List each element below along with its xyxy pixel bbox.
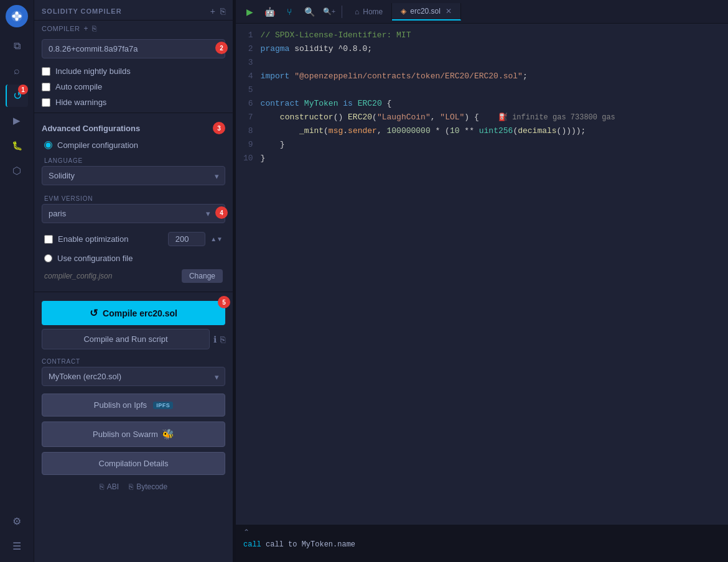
- config-file-input[interactable]: [44, 272, 177, 280]
- console-area: ⌃ call call to MyToken.name: [236, 525, 728, 562]
- deploy-icon[interactable]: ▶: [6, 109, 28, 132]
- line-numbers: 1 2 3 4 5 6 7 8 9 10: [236, 29, 261, 205]
- publish-swarm-button[interactable]: Publish on Swarm 🐝: [42, 422, 225, 447]
- debug-icon[interactable]: 🐛: [6, 134, 28, 157]
- robot-icon[interactable]: 🤖: [261, 3, 278, 21]
- compile-button[interactable]: ↺ Compile erc20.sol 5: [42, 301, 225, 325]
- compiler-icon[interactable]: ↺ 1: [6, 85, 28, 107]
- run-button[interactable]: ▶: [241, 3, 258, 21]
- svg-point-5: [19, 15, 22, 18]
- compiler-config-label: Compiler configuration: [57, 140, 138, 150]
- compile-run-row: Compile and Run script ℹ ⎘: [34, 329, 233, 354]
- version-row: 0.8.26+commit.8a97fa7a 2: [34, 37, 233, 63]
- optimization-row: Enable optimization ▲▼: [34, 228, 233, 250]
- fork-icon[interactable]: ⑂: [281, 3, 298, 21]
- files-icon[interactable]: ⧉: [6, 35, 28, 57]
- hide-warnings-label: Hide warnings: [55, 98, 106, 107]
- logo-icon[interactable]: [6, 5, 28, 27]
- zoom-in-icon[interactable]: 🔍+: [320, 3, 338, 21]
- hide-warnings-checkbox[interactable]: [42, 98, 50, 107]
- abi-icon: ⎘: [100, 482, 104, 491]
- copy2-icon[interactable]: ⎘: [220, 334, 225, 344]
- icon-bar: ⧉ ⌕ ↺ 1 ▶ 🐛 ⬡ ⚙ ☰: [0, 0, 34, 562]
- config-change-button[interactable]: Change: [182, 269, 223, 283]
- publish-swarm-label: Publish on Swarm: [93, 430, 158, 439]
- compiler-text: COMPILER: [42, 25, 80, 32]
- code-line-4: import "@openzeppelin/contracts/token/ER…: [261, 70, 716, 83]
- abi-bytecode-row: ⎘ ABI ⎘ Bytecode: [34, 477, 233, 496]
- search-icon[interactable]: ⌕: [6, 60, 28, 82]
- divider-2: [34, 292, 233, 292]
- svg-point-3: [16, 18, 19, 21]
- optimization-spinner-icon[interactable]: ▲▼: [210, 236, 223, 242]
- scroll-indicator: ⌃: [236, 525, 728, 539]
- compile-icon: ↺: [90, 307, 98, 319]
- menu-icon[interactable]: ☰: [6, 535, 28, 557]
- info-icon[interactable]: ℹ: [213, 334, 217, 344]
- copy-icon[interactable]: ⎘: [220, 6, 225, 16]
- tab-home[interactable]: ⌂ Home: [346, 3, 392, 21]
- bytecode-icon: ⎘: [129, 482, 133, 491]
- auto-compile-checkbox[interactable]: [42, 83, 50, 91]
- tab-erc20-label: erc20.sol: [410, 7, 441, 16]
- swarm-icon: 🐝: [162, 428, 174, 440]
- main-area: ▶ 🤖 ⑂ 🔍 🔍+ ⌂ Home ◈ erc20.sol ✕ 1 2 3 4: [236, 0, 728, 562]
- publish-ipfs-button[interactable]: Publish on Ipfs IPFS: [42, 394, 225, 417]
- sidebar-title: SOLIDITY COMPILER: [42, 7, 205, 15]
- evm-select[interactable]: paris london berlin istanbul: [42, 204, 225, 223]
- compilation-details-button[interactable]: Compilation Details: [42, 452, 225, 475]
- abi-label: ABI: [107, 482, 119, 491]
- compiler-copy-icon[interactable]: ⎘: [92, 24, 97, 33]
- add-icon[interactable]: +: [210, 6, 215, 16]
- config-file-radio[interactable]: [44, 254, 52, 262]
- code-line-10: }: [261, 152, 716, 165]
- zoom-out-icon[interactable]: 🔍: [301, 3, 318, 21]
- compiler-badge: 1: [18, 85, 28, 94]
- sidebar-header: SOLIDITY COMPILER + ⎘: [34, 0, 233, 21]
- code-line-7: constructor() ERC20("LaughCoin", "LOL") …: [261, 111, 716, 124]
- code-line-6: contract MyToken is ERC20 {: [261, 97, 716, 111]
- editor-area[interactable]: 1 2 3 4 5 6 7 8 9 10 // SPDX-License-Ide…: [236, 24, 728, 525]
- tab-home-label: Home: [363, 7, 383, 16]
- compile-button-label: Compile erc20.sol: [103, 308, 177, 318]
- code-container: 1 2 3 4 5 6 7 8 9 10 // SPDX-License-Ide…: [236, 24, 728, 210]
- enable-optimization-checkbox[interactable]: [44, 235, 53, 244]
- tab-erc20[interactable]: ◈ erc20.sol ✕: [392, 3, 461, 21]
- evm-badge: 4: [215, 206, 228, 219]
- config-file-radio-row: Use configuration file: [34, 250, 233, 267]
- contract-label: CONTRACT: [34, 354, 233, 367]
- sidebar: SOLIDITY COMPILER + ⎘ COMPILER + ⎘ 0.8.2…: [34, 0, 233, 562]
- plugin-icon[interactable]: ⬡: [6, 159, 28, 182]
- ipfs-badge: IPFS: [153, 402, 173, 409]
- code-line-2: pragma solidity ^0.8.0;: [261, 42, 716, 56]
- code-line-9: }: [261, 138, 716, 152]
- compile-run-button[interactable]: Compile and Run script: [42, 329, 210, 349]
- toolbar: ▶ 🤖 ⑂ 🔍 🔍+ ⌂ Home ◈ erc20.sol ✕: [236, 0, 728, 24]
- contract-select[interactable]: MyToken (erc20.sol): [42, 367, 225, 386]
- code-line-3: [261, 56, 716, 70]
- version-badge: 2: [215, 42, 228, 54]
- settings-icon[interactable]: ⚙: [6, 510, 28, 532]
- contract-dropdown-wrap: MyToken (erc20.sol) ▾: [34, 367, 233, 391]
- tab-close-icon[interactable]: ✕: [446, 7, 452, 16]
- language-dropdown-inner: Solidity Yul ▾: [42, 166, 225, 185]
- advanced-config-header[interactable]: Advanced Configurations 3: [34, 116, 233, 138]
- language-select[interactable]: Solidity Yul: [42, 166, 225, 185]
- include-nightly-checkbox[interactable]: [42, 67, 50, 76]
- abi-button[interactable]: ⎘ ABI: [100, 482, 119, 491]
- auto-compile-label: Auto compile: [55, 82, 102, 91]
- bytecode-button[interactable]: ⎘ Bytecode: [129, 482, 167, 491]
- include-nightly-label: Include nightly builds: [55, 67, 131, 76]
- evm-wrap: paris london berlin istanbul ▾ 4: [34, 204, 233, 228]
- code-line-5: [261, 83, 716, 97]
- code-line-8: _mint(msg.sender, 100000000 * (10 ** uin…: [261, 124, 716, 138]
- evm-label: EVM VERSION: [34, 190, 233, 204]
- home-icon: ⌂: [355, 7, 359, 16]
- console-line-1: call call to MyToken.name: [236, 539, 728, 550]
- compiler-add-icon[interactable]: +: [83, 24, 88, 33]
- compiler-config-radio[interactable]: [44, 141, 52, 149]
- version-select[interactable]: 0.8.26+commit.8a97fa7a: [42, 39, 225, 58]
- tab-area: ⌂ Home ◈ erc20.sol ✕: [346, 3, 723, 21]
- optimization-value-input[interactable]: [168, 232, 205, 246]
- code-content: // SPDX-License-Identifier: MIT pragma s…: [261, 29, 728, 205]
